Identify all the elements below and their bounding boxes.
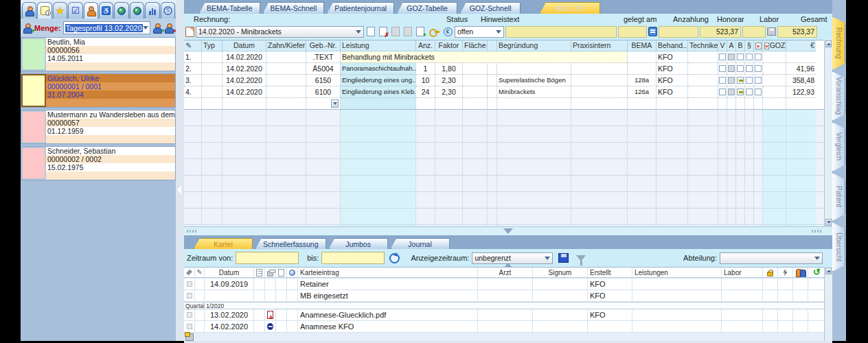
rtab-uebersicht[interactable]: Übersicht [832, 222, 845, 272]
kartei-scrollbar[interactable] [824, 267, 832, 341]
tab-bema-tabelle[interactable]: BEMA-Tabelle [199, 2, 260, 14]
accessibility-icon[interactable]: ♿ [99, 2, 113, 19]
tab-patientenjournal[interactable]: Patientenjournal [327, 2, 394, 14]
kartei-row[interactable]: MB eingesetzt KFO [184, 290, 832, 302]
hinweistext-label: Hinweistext [481, 15, 519, 23]
rtab-vergleich[interactable]: Vergleich [832, 122, 845, 172]
favorites-star-icon[interactable]: ★ [53, 2, 67, 19]
service-row[interactable]: 3. 14.02.2020 6150 Eingliederung eines u… [184, 75, 832, 86]
patient-group-icon[interactable] [84, 2, 98, 19]
tab-schnellerfassung[interactable]: Schnellerfassung [255, 238, 326, 249]
checkbox-b-checked[interactable] [737, 77, 744, 84]
checkbox-paragraph[interactable] [746, 88, 753, 95]
lay-invoice-icon[interactable] [648, 27, 657, 36]
hinweistext-field[interactable] [505, 26, 617, 38]
row-checkbox[interactable] [187, 293, 192, 298]
menge-label: Menge: [34, 24, 61, 32]
scroll-up-icon[interactable] [825, 40, 832, 47]
cell-behandler: KFO [656, 51, 688, 63]
kartei-row[interactable]: 14.02.2020 Anamnese KFO [184, 321, 832, 333]
add-person-icon[interactable]: + [152, 23, 162, 32]
save-filter-icon[interactable] [556, 252, 571, 263]
add-service-icon[interactable]: + [415, 26, 426, 37]
rtab-voranschlag[interactable]: Voranschlag [832, 71, 845, 121]
cell-datum [205, 290, 254, 301]
key-icon[interactable] [427, 26, 441, 37]
checkbox-b[interactable] [737, 54, 744, 60]
currency-s-icon[interactable]: S [161, 2, 175, 19]
checkbox-b[interactable] [737, 65, 744, 72]
gelegt-am-field[interactable] [618, 26, 647, 38]
row-checkbox[interactable] [187, 281, 192, 287]
tasks-checkbox-icon[interactable]: ☑ [68, 2, 82, 19]
patient-icon[interactable] [22, 2, 36, 19]
labor-disk-icon[interactable] [767, 27, 776, 36]
tab-jumbos[interactable]: Jumbos [329, 238, 388, 249]
refresh-icon[interactable] [387, 252, 401, 263]
checkbox-v[interactable] [719, 88, 726, 95]
kartei-row[interactable]: 14.09.2019 Retainer KFO [184, 279, 832, 290]
patient-row[interactable]: Beutlin, Mia 00000056 14.05.2011 [21, 37, 176, 71]
scroll-up-icon[interactable] [825, 268, 832, 274]
row-checkbox[interactable] [187, 312, 192, 318]
horizontal-splitter[interactable] [184, 226, 832, 235]
checkbox-paragraph[interactable] [746, 65, 753, 72]
patient-row[interactable]: Mustermann zu Wandersleben aus dem Wynte… [21, 110, 176, 144]
zeitraum-von-input[interactable] [236, 252, 299, 264]
tab-kartei[interactable]: Kartei [194, 238, 253, 249]
gebnr-combo-icon[interactable] [331, 99, 339, 108]
checkbox-b-checked[interactable] [737, 88, 744, 95]
checkbox-paragraph[interactable] [746, 77, 753, 84]
zeitraum-bis-input[interactable] [321, 252, 385, 264]
new-invoice-icon[interactable] [365, 26, 376, 37]
new-entry-row[interactable] [184, 333, 832, 342]
calendar-icon [254, 268, 265, 278]
patient-row[interactable]: Schneider, Sebastian 00000002 / 0002 15.… [21, 146, 176, 180]
patient-row-selected[interactable]: Glücklich, Ulrike 00000001 / 0001 31.07.… [21, 73, 176, 108]
checkbox-doc[interactable] [755, 77, 762, 84]
col-karteieintrag: Karteieintrag [298, 268, 478, 278]
service-row[interactable]: 4. 14.02.2020 6100 Eingliederung eines K… [184, 86, 832, 98]
checkbox-v[interactable] [719, 77, 726, 84]
kartei-row[interactable]: 13.02.2020 Anamnese-Gluecklich.pdf KFO [184, 309, 832, 321]
delete-invoice-icon[interactable]: ✗ [378, 26, 389, 37]
web-globe-icon[interactable] [114, 2, 128, 19]
euro-icon[interactable]: € [442, 26, 453, 37]
checkbox-doc[interactable] [755, 65, 762, 72]
add-patient-icon[interactable]: + [23, 23, 32, 32]
rtab-rechnung[interactable]: Rechnung [832, 16, 845, 70]
service-row[interactable]: 1. 14.02.2020 .TEXT Behandlung mit Minib… [184, 51, 832, 63]
people-icon [793, 268, 808, 278]
sidebar-splitter[interactable] [176, 0, 184, 341]
service-entry-row[interactable] [184, 98, 832, 110]
tab-avl-zv[interactable]: AVL / ZV [540, 2, 600, 14]
web-globe2-icon[interactable] [130, 2, 144, 19]
checkbox-v[interactable] [719, 65, 726, 72]
invoice-select[interactable]: 14.02.2020 - Minibrackets [196, 26, 364, 38]
scroll-down-icon[interactable] [825, 219, 832, 226]
status-select[interactable]: offen [455, 26, 504, 38]
checkbox-doc[interactable] [755, 88, 762, 95]
remove-person-icon[interactable]: × [164, 23, 174, 32]
dayprofile-clock-icon[interactable] [37, 2, 52, 19]
row-checkbox[interactable] [187, 324, 192, 329]
tab-journal[interactable]: Journal [391, 238, 450, 249]
rtab-patient[interactable]: Patient [832, 173, 845, 221]
menge-select[interactable]: Tagesprofil 13.02.2020 [63, 21, 151, 34]
cell-euro: 41,96 [786, 63, 816, 75]
abteilung-select[interactable] [720, 252, 823, 264]
tab-goz-schnell[interactable]: GOZ-Schnell [460, 2, 521, 14]
anzeigezeitraum-select[interactable]: unbegrenzt [472, 252, 553, 264]
checkbox-doc[interactable] [755, 54, 762, 60]
checkbox-paragraph[interactable] [746, 54, 753, 60]
tab-goz-tabelle[interactable]: GOZ-Tabelle [397, 2, 457, 14]
history-icon: ↺ [808, 268, 825, 278]
filter-funnel-icon[interactable] [573, 252, 589, 263]
anzahlung-field[interactable] [659, 26, 698, 38]
service-table-scrollbar[interactable] [824, 40, 832, 226]
service-row[interactable]: 2. 14.02.2020 Ä5004 Panoramaschichtaufna… [184, 63, 832, 75]
tab-bema-schnell[interactable]: BEMA-Schnell [263, 2, 325, 14]
labor-field[interactable] [742, 26, 766, 38]
checkbox-v[interactable] [719, 54, 726, 60]
statistics-chart-icon[interactable] [145, 2, 159, 19]
